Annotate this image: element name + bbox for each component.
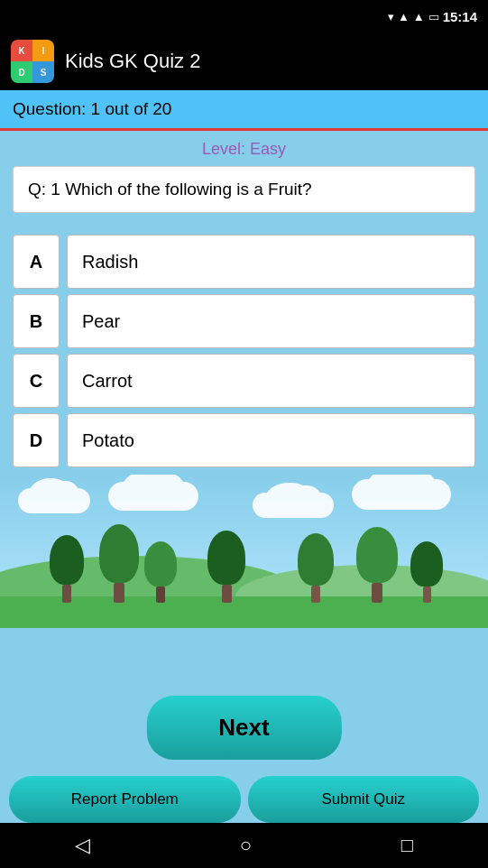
tree-5 <box>298 533 334 603</box>
question-box: Q: 1 Which of the following is a Fruit? <box>13 166 475 213</box>
cloud-3 <box>253 493 334 518</box>
tree-2 <box>99 524 139 603</box>
next-button[interactable]: Next <box>146 696 341 760</box>
signal-icon: ▲ <box>398 10 410 23</box>
battery-icon: ▭ <box>428 10 439 23</box>
cloud-1 <box>18 488 90 513</box>
tree-1 <box>50 535 84 603</box>
app-title: Kids GK Quiz 2 <box>65 50 200 73</box>
status-icons: ▾ ▲ ▲ ▭ 15:14 <box>388 9 477 24</box>
answer-row-a: A Radish <box>13 235 475 289</box>
status-bar: ▾ ▲ ▲ ▭ 15:14 <box>0 0 488 32</box>
answer-letter-b: B <box>13 294 60 348</box>
app-logo: K I D S <box>11 40 54 83</box>
logo-s: S <box>32 61 54 83</box>
answer-letter-d: D <box>13 413 60 467</box>
status-time: 15:14 <box>443 9 477 24</box>
answer-letter-a: A <box>13 235 60 289</box>
signal-icon2: ▲ <box>413 10 425 23</box>
cloud-2 <box>108 482 198 511</box>
answer-option-b[interactable]: Pear <box>67 294 475 348</box>
question-header: Question: 1 out of 20 <box>0 90 488 131</box>
logo-k: K <box>11 40 32 61</box>
main-content: Level: Easy Q: 1 Which of the following … <box>0 131 488 628</box>
home-icon[interactable]: ○ <box>240 834 252 857</box>
recent-apps-icon[interactable]: □ <box>401 834 413 857</box>
tree-6 <box>356 527 398 603</box>
wifi-icon: ▾ <box>388 10 394 23</box>
answer-row-c: C Carrot <box>13 354 475 408</box>
answer-row-b: B Pear <box>13 294 475 348</box>
app-bar: K I D S Kids GK Quiz 2 <box>0 32 488 90</box>
tree-3 <box>144 541 177 603</box>
level-container: Level: Easy <box>0 131 488 166</box>
next-btn-container: Next <box>146 696 341 760</box>
answer-letter-c: C <box>13 354 60 408</box>
cloud-4 <box>352 479 451 510</box>
level-text: Level: Easy <box>202 140 286 158</box>
logo-i: I <box>32 40 54 61</box>
tree-7 <box>410 541 443 603</box>
report-problem-button[interactable]: Report Problem <box>9 776 241 823</box>
answer-row-d: D Potato <box>13 413 475 467</box>
question-counter: Question: 1 out of 20 <box>13 99 171 118</box>
answers-area: A Radish B Pear C Carrot D Potato <box>0 220 488 467</box>
answer-option-c[interactable]: Carrot <box>67 354 475 408</box>
nav-bar: ◁ ○ □ <box>0 823 488 868</box>
logo-d: D <box>11 61 32 83</box>
tree-4 <box>207 531 245 603</box>
answer-option-a[interactable]: Radish <box>67 235 475 289</box>
scenic-area <box>0 475 488 628</box>
question-text: Q: 1 Which of the following is a Fruit? <box>28 180 312 199</box>
back-icon[interactable]: ◁ <box>75 834 90 857</box>
answer-option-d[interactable]: Potato <box>67 413 475 467</box>
bottom-buttons: Report Problem Submit Quiz <box>0 776 488 823</box>
submit-quiz-button[interactable]: Submit Quiz <box>248 776 480 823</box>
